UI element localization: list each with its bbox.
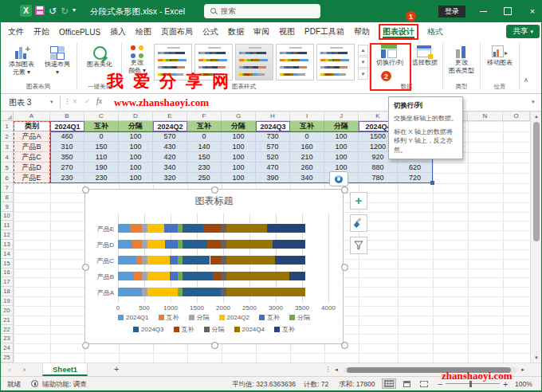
quick-analysis-button[interactable] xyxy=(329,171,348,186)
bar-segment-2024Q4[interactable] xyxy=(226,256,275,265)
row-header-8[interactable]: 8 xyxy=(1,193,14,202)
bar-segment-2024Q3[interactable] xyxy=(183,272,213,280)
bar-segment-互补[interactable] xyxy=(164,224,178,233)
bar-segment-互补[interactable] xyxy=(289,272,305,280)
row-header-20[interactable]: 20 xyxy=(1,306,14,316)
scroll-down-icon[interactable]: ▼ xyxy=(534,355,539,360)
bar-segment-互补[interactable] xyxy=(134,272,142,280)
table-header-cell[interactable]: 分隔 xyxy=(324,121,359,131)
bar-segment-分隔[interactable] xyxy=(142,256,147,265)
chart-selection-handle[interactable] xyxy=(211,186,218,194)
login-button[interactable]: 登录 xyxy=(438,6,465,18)
row-header-25[interactable]: 25 xyxy=(1,353,14,363)
table-header-cell[interactable]: 互补 xyxy=(84,121,119,131)
bar-segment-互补[interactable] xyxy=(132,240,143,249)
zoom-slider[interactable] xyxy=(446,383,500,384)
column-header-A[interactable]: A xyxy=(14,112,50,121)
bar-segment-2024Q4[interactable] xyxy=(226,272,289,280)
ribbon-tab-图表设计[interactable]: 图表设计 xyxy=(379,24,418,40)
hscroll-left-icon[interactable]: ◄ xyxy=(334,367,339,372)
bar-segment-互补[interactable] xyxy=(275,256,305,265)
save-icon[interactable] xyxy=(35,6,45,15)
undo-icon[interactable]: ↺ xyxy=(49,6,57,17)
row-header-2[interactable]: 2 xyxy=(1,131,14,142)
qat-customize-icon[interactable]: ▾ xyxy=(73,6,76,14)
ribbon-tab-格式[interactable]: 格式 xyxy=(426,25,444,38)
chart-selection-handle[interactable] xyxy=(341,264,348,271)
bar-segment-2024Q4[interactable] xyxy=(226,224,267,233)
page-break-view-button[interactable] xyxy=(417,378,431,389)
bar-segment-2024Q1[interactable] xyxy=(118,256,136,265)
bar-segment-分隔[interactable] xyxy=(221,288,226,296)
bar-segment-分隔[interactable] xyxy=(178,224,183,233)
table-header-cell[interactable]: 2024Q3 xyxy=(256,121,290,131)
bar-segment-分隔[interactable] xyxy=(178,288,183,296)
bar-segment-2024Q1[interactable] xyxy=(118,240,132,249)
row-header-22[interactable]: 22 xyxy=(1,325,14,335)
bar-segment-分隔[interactable] xyxy=(178,272,183,280)
bar-segment-分隔[interactable] xyxy=(221,256,226,265)
bar-segment-分隔[interactable] xyxy=(221,240,226,249)
sheet-prev-icon[interactable]: ‹ xyxy=(9,366,11,374)
bar-segment-分隔[interactable] xyxy=(221,224,226,233)
status-accessibility[interactable]: 辅助功能: 调查 xyxy=(42,380,87,390)
chart-selection-handle[interactable] xyxy=(341,186,348,194)
zoom-level[interactable]: 100% xyxy=(515,380,532,388)
row-header-15[interactable]: 15 xyxy=(1,259,14,269)
ribbon-tab-视图[interactable]: 视图 xyxy=(278,25,296,38)
row-header-5[interactable]: 5 xyxy=(1,163,14,173)
bar-segment-2024Q2[interactable] xyxy=(147,240,165,249)
chart-legend-row-1[interactable]: 2024Q1互补分隔2024Q2互补分隔 xyxy=(85,313,343,322)
chart-object[interactable]: 图表标题 05001000150020002500300035004000产品A… xyxy=(84,189,344,344)
row-header-18[interactable]: 18 xyxy=(1,287,14,296)
bar-segment-2024Q2[interactable] xyxy=(147,288,178,296)
ribbon-tab-审阅[interactable]: 审阅 xyxy=(253,25,270,38)
add-chart-element-button[interactable]: + 添加图表元素 ▾ xyxy=(4,45,39,76)
bar-segment-2024Q3[interactable] xyxy=(183,256,210,265)
ribbon-tab-页面布局[interactable]: 页面布局 xyxy=(160,25,194,38)
bar-segment-分隔[interactable] xyxy=(178,240,183,249)
vertical-scrollbar[interactable]: ▲ ▼ xyxy=(530,112,542,363)
gallery-more-icon[interactable]: ▾ xyxy=(358,69,368,80)
row-header-1[interactable]: 1 xyxy=(1,121,14,131)
minimize-button[interactable] xyxy=(471,0,495,22)
chart-elements-button[interactable]: + xyxy=(350,192,367,210)
column-header-J[interactable]: J xyxy=(324,112,359,121)
bar-segment-互补[interactable] xyxy=(213,272,222,280)
row-header-21[interactable]: 21 xyxy=(1,316,14,325)
ribbon-tab-插入[interactable]: 插入 xyxy=(109,25,127,38)
row-header-13[interactable]: 13 xyxy=(1,240,14,249)
row-header-24[interactable]: 24 xyxy=(1,343,14,353)
table-header-cell[interactable]: 互补 xyxy=(290,121,324,131)
row-header-14[interactable]: 14 xyxy=(1,249,14,259)
chart-selection-handle[interactable] xyxy=(341,342,348,349)
row-header-3[interactable]: 3 xyxy=(1,142,14,152)
bar-segment-互补[interactable] xyxy=(207,240,221,249)
ribbon-tab-开始[interactable]: 开始 xyxy=(33,25,50,38)
add-sheet-button[interactable]: + xyxy=(114,364,119,374)
bar-segment-2024Q2[interactable] xyxy=(147,224,164,233)
bar-segment-分隔[interactable] xyxy=(142,288,147,296)
hscroll-right-icon[interactable]: ► xyxy=(520,367,525,372)
column-header-N[interactable]: N xyxy=(468,112,503,121)
cancel-icon[interactable]: × xyxy=(73,97,77,106)
bar-segment-分隔[interactable] xyxy=(142,224,147,233)
column-header-E[interactable]: E xyxy=(153,112,187,121)
bar-segment-2024Q2[interactable] xyxy=(147,256,170,265)
sheet-next-icon[interactable]: › xyxy=(23,366,26,374)
row-header-6[interactable]: 6 xyxy=(1,173,14,183)
selection-handle[interactable] xyxy=(430,181,434,185)
ribbon-tab-文件[interactable]: 文件 xyxy=(7,25,25,38)
bar-segment-2024Q3[interactable] xyxy=(183,288,221,296)
column-header-G[interactable]: G xyxy=(222,112,256,121)
column-header-I[interactable]: I xyxy=(290,112,324,121)
column-header-F[interactable]: F xyxy=(187,112,222,121)
formula-bar-expand-icon[interactable]: ▾ xyxy=(532,99,535,105)
name-box-dropdown-icon[interactable]: ▾ xyxy=(50,99,53,105)
quick-layout-button[interactable]: 快速布局▾ xyxy=(41,45,74,76)
chart-styles-button[interactable] xyxy=(350,214,367,232)
vertical-scroll-thumb[interactable] xyxy=(533,122,540,241)
row-header-9[interactable]: 9 xyxy=(1,202,14,212)
table-header-cell[interactable]: 分隔 xyxy=(119,121,153,131)
ribbon-tab-OfficePLUS[interactable]: OfficePLUS xyxy=(58,27,101,37)
